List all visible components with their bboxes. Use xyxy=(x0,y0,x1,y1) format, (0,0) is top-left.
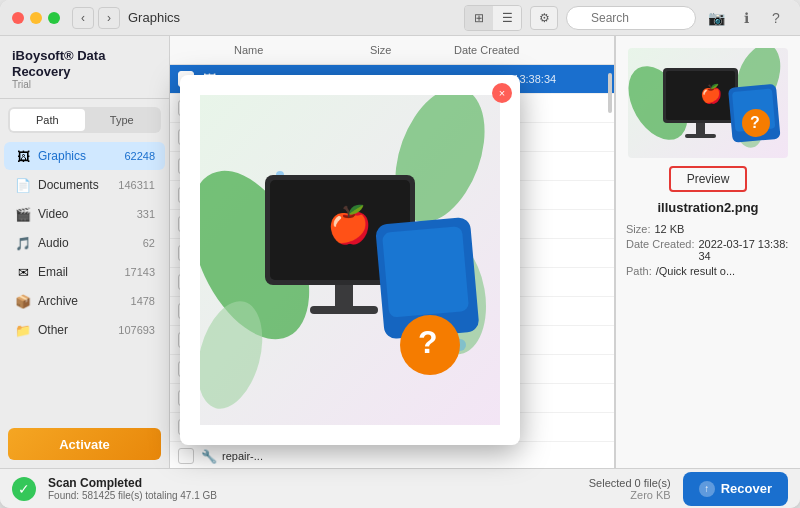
video-icon: 🎬 xyxy=(14,205,32,223)
scan-status: Scan Completed Found: 581425 file(s) tot… xyxy=(48,476,577,501)
archive-icon: 📦 xyxy=(14,292,32,310)
search-input[interactable] xyxy=(566,6,696,30)
svg-rect-26 xyxy=(382,226,469,318)
preview-metadata: Size: 12 KB Date Created: 2022-03-17 13:… xyxy=(626,223,790,280)
selected-info: Selected 0 file(s) Zero KB xyxy=(589,477,671,501)
sidebar-item-graphics[interactable]: 🖼 Graphics 62248 xyxy=(4,142,165,170)
size-label: Size: xyxy=(626,223,650,235)
back-button[interactable]: ‹ xyxy=(72,7,94,29)
sidebar: iBoysoft® Data Recovery Trial Path Type … xyxy=(0,36,170,468)
sidebar-item-video[interactable]: 🎬 Video 331 xyxy=(4,200,165,228)
column-date: Date Created xyxy=(454,44,586,56)
grid-view-button[interactable]: ⊞ xyxy=(465,6,493,30)
svg-text:🍎: 🍎 xyxy=(327,203,372,246)
svg-rect-24 xyxy=(310,306,378,314)
file-checkbox[interactable] xyxy=(178,448,194,464)
info-icon[interactable]: ℹ xyxy=(734,6,758,30)
preview-panel: 🍎 ? Preview illustration2.png Size: 1 xyxy=(615,36,800,468)
preview-button[interactable]: Preview xyxy=(669,166,748,192)
sidebar-items: 🖼 Graphics 62248 📄 Documents 146311 🎬 Vi… xyxy=(0,137,169,420)
email-icon: ✉ xyxy=(14,263,32,281)
svg-rect-23 xyxy=(335,285,353,307)
preview-overlay: × 🍎 ? xyxy=(180,75,520,445)
overlay-illustration: 🍎 ? xyxy=(200,95,500,425)
sidebar-item-count: 17143 xyxy=(124,266,155,278)
other-icon: 📁 xyxy=(14,321,32,339)
window-title: Graphics xyxy=(128,10,464,25)
sidebar-item-other[interactable]: 📁 Other 107693 xyxy=(4,316,165,344)
sidebar-item-count: 62 xyxy=(143,237,155,249)
toolbar-actions: ⊞ ☰ ⚙ 🔍 📷 ℹ ? xyxy=(464,5,788,31)
app-name: iBoysoft® Data Recovery xyxy=(12,48,157,79)
preview-filename: illustration2.png xyxy=(657,200,758,215)
size-value: 12 KB xyxy=(654,223,684,235)
sidebar-item-label: Email xyxy=(38,265,124,279)
svg-text:🍎: 🍎 xyxy=(700,83,723,105)
recover-icon: ↑ xyxy=(699,481,715,497)
sidebar-item-audio[interactable]: 🎵 Audio 62 xyxy=(4,229,165,257)
scrollbar-thumb[interactable] xyxy=(608,73,612,113)
traffic-lights xyxy=(12,12,60,24)
sidebar-tabs: Path Type xyxy=(8,107,161,133)
svg-text:?: ? xyxy=(750,114,760,131)
sidebar-item-label: Graphics xyxy=(38,149,124,163)
navigation-buttons: ‹ › xyxy=(72,7,120,29)
column-name: Name xyxy=(234,44,366,56)
close-button[interactable] xyxy=(12,12,24,24)
svg-text:?: ? xyxy=(418,324,438,360)
maximize-button[interactable] xyxy=(48,12,60,24)
meta-path-row: Path: /Quick result o... xyxy=(626,265,790,277)
file-list-header: Name Size Date Created xyxy=(170,36,614,65)
sidebar-item-email[interactable]: ✉ Email 17143 xyxy=(4,258,165,286)
sidebar-item-count: 1478 xyxy=(131,295,155,307)
path-value: /Quick result o... xyxy=(656,265,735,277)
svg-rect-7 xyxy=(685,134,716,138)
status-bar: ✓ Scan Completed Found: 581425 file(s) t… xyxy=(0,468,800,508)
file-icon: 🔧 xyxy=(200,447,218,465)
selected-size: Zero KB xyxy=(589,489,671,501)
preview-thumbnail: 🍎 ? xyxy=(628,48,788,158)
sidebar-item-label: Archive xyxy=(38,294,131,308)
sidebar-item-label: Other xyxy=(38,323,118,337)
sidebar-item-documents[interactable]: 📄 Documents 146311 xyxy=(4,171,165,199)
recover-button[interactable]: ↑ Recover xyxy=(683,472,788,506)
overlay-close-button[interactable]: × xyxy=(492,83,512,103)
meta-date-row: Date Created: 2022-03-17 13:38:34 xyxy=(626,238,790,262)
file-name: repair-... xyxy=(222,450,374,462)
mac-illustration-svg: 🍎 ? xyxy=(628,48,788,158)
tab-type[interactable]: Type xyxy=(85,109,160,131)
recover-label: Recover xyxy=(721,481,772,496)
activate-button[interactable]: Activate xyxy=(8,428,161,460)
meta-size-row: Size: 12 KB xyxy=(626,223,790,235)
sidebar-item-label: Video xyxy=(38,207,137,221)
activate-section: Activate xyxy=(8,428,161,460)
scan-status-main: Scan Completed xyxy=(48,476,577,490)
sidebar-header: iBoysoft® Data Recovery Trial xyxy=(0,36,169,99)
camera-icon[interactable]: 📷 xyxy=(704,6,728,30)
graphics-icon: 🖼 xyxy=(14,147,32,165)
column-size: Size xyxy=(370,44,450,56)
view-toggle: ⊞ ☰ xyxy=(464,5,522,31)
sidebar-item-count: 62248 xyxy=(124,150,155,162)
scan-status-sub: Found: 581425 file(s) totaling 47.1 GB xyxy=(48,490,577,501)
sidebar-item-count: 146311 xyxy=(118,179,155,191)
help-icon[interactable]: ? xyxy=(764,6,788,30)
svg-rect-6 xyxy=(696,123,705,135)
scan-complete-icon: ✓ xyxy=(12,477,36,501)
minimize-button[interactable] xyxy=(30,12,42,24)
search-wrapper: 🔍 xyxy=(566,6,696,30)
sidebar-item-label: Audio xyxy=(38,236,143,250)
titlebar: ‹ › Graphics ⊞ ☰ ⚙ 🔍 📷 ℹ ? xyxy=(0,0,800,36)
path-label: Path: xyxy=(626,265,652,277)
sidebar-item-count: 107693 xyxy=(118,324,155,336)
date-label: Date Created: xyxy=(626,238,694,262)
tab-path[interactable]: Path xyxy=(10,109,85,131)
filter-button[interactable]: ⚙ xyxy=(530,6,558,30)
right-icons: 📷 ℹ ? xyxy=(704,6,788,30)
sidebar-item-count: 331 xyxy=(137,208,155,220)
file-row[interactable]: 🔧 repair-... xyxy=(170,442,614,468)
audio-icon: 🎵 xyxy=(14,234,32,252)
list-view-button[interactable]: ☰ xyxy=(493,6,521,30)
sidebar-item-archive[interactable]: 📦 Archive 1478 xyxy=(4,287,165,315)
forward-button[interactable]: › xyxy=(98,7,120,29)
